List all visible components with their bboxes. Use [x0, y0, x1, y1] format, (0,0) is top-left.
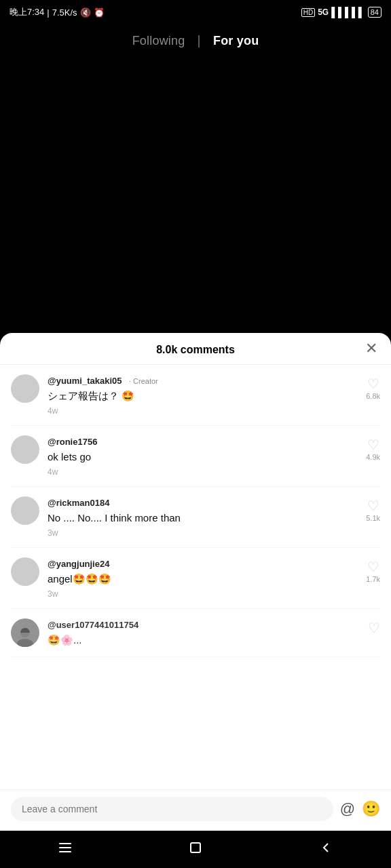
comment-text: No .... No.... I think more than: [48, 511, 352, 525]
svg-rect-4: [59, 851, 71, 852]
comment-item: @ronie1756 ok lets go 4w ♡ 4.9k: [11, 426, 380, 487]
comment-item: @rickman0184 No .... No.... I think more…: [11, 487, 380, 548]
heart-icon[interactable]: ♡: [367, 560, 379, 574]
network-speed-value: 7.5K/s: [52, 7, 77, 18]
time-display: 晚上7:34: [10, 6, 44, 18]
comment-input[interactable]: [11, 797, 333, 821]
like-count: 1.7k: [366, 575, 380, 583]
comment-like[interactable]: ♡ 4.9k: [366, 435, 380, 461]
comment-text: シェア報告は？ 🤩: [48, 389, 352, 403]
comment-item: @yangjunjie24 angel🤩🤩🤩 3w ♡ 1.7k: [11, 548, 380, 609]
comment-time: 3w: [48, 528, 352, 538]
signal-icon: ▌▌▌▌▌: [331, 7, 365, 18]
svg-point-1: [17, 639, 33, 647]
svg-rect-3: [59, 847, 71, 848]
comment-time: 3w: [48, 589, 352, 599]
comment-text: ok lets go: [48, 450, 352, 464]
network-speed: |: [47, 7, 49, 18]
hd-badge: HD: [301, 8, 315, 17]
comment-username: @rickman0184: [48, 498, 109, 508]
battery-indicator: 84: [368, 7, 381, 18]
menu-button[interactable]: [45, 834, 86, 861]
comment-text: 🤩🌸...: [48, 633, 354, 647]
comment-like[interactable]: ♡: [368, 618, 380, 635]
avatar: [11, 618, 39, 647]
heart-icon[interactable]: ♡: [367, 499, 379, 513]
comment-badge: · Creator: [129, 377, 158, 385]
status-bar: 晚上7:34 | 7.5K/s 🔇 ⏰ HD 5G ▌▌▌▌▌ 84: [0, 0, 391, 24]
comment-username: @user1077441011754: [48, 620, 138, 630]
status-left: 晚上7:34 | 7.5K/s 🔇 ⏰: [10, 6, 105, 18]
heart-icon[interactable]: ♡: [368, 621, 380, 635]
avatar: [11, 496, 39, 525]
like-count: 4.9k: [366, 453, 380, 461]
emoji-icon[interactable]: 🙂: [362, 800, 380, 818]
like-count: 5.1k: [366, 514, 380, 522]
comments-title: 8.0k comments: [156, 344, 235, 356]
home-button[interactable]: [175, 834, 216, 861]
avatar: [11, 557, 39, 586]
video-area[interactable]: [0, 55, 391, 333]
comment-input-bar: @ 🙂: [0, 789, 391, 831]
alarm-icon: ⏰: [94, 7, 105, 18]
nav-tabs: Following For you: [0, 24, 391, 55]
svg-rect-2: [59, 843, 71, 844]
comment-like[interactable]: ♡ 6.8k: [366, 374, 380, 400]
5g-icon: 5G: [318, 7, 329, 17]
comment-username: @yuumi_takaki05: [48, 376, 122, 386]
comment-item: @user1077441011754 🤩🌸... ♡: [11, 609, 380, 657]
heart-icon[interactable]: ♡: [367, 438, 379, 452]
tab-foryou[interactable]: For you: [213, 34, 259, 48]
comments-header: 8.0k comments ✕: [0, 333, 391, 365]
nav-tab-divider: [198, 35, 200, 47]
tab-following[interactable]: Following: [132, 34, 185, 48]
comment-time: 4w: [48, 467, 352, 477]
comment-time: 4w: [48, 406, 352, 416]
comment-username: @yangjunjie24: [48, 559, 109, 569]
back-button[interactable]: [305, 834, 346, 861]
comments-list: @yuumi_takaki05 · Creator シェア報告は？ 🤩 4w ♡…: [0, 365, 391, 789]
mention-icon[interactable]: @: [340, 800, 355, 818]
avatar: [11, 374, 39, 403]
like-count: 6.8k: [366, 392, 380, 400]
comment-body: @rickman0184 No .... No.... I think more…: [48, 496, 352, 538]
comment-body: @yangjunjie24 angel🤩🤩🤩 3w: [48, 557, 352, 599]
close-button[interactable]: ✕: [365, 341, 377, 356]
comments-panel: 8.0k comments ✕ @yuumi_takaki05 · Creato…: [0, 333, 391, 831]
comment-text: angel🤩🤩🤩: [48, 572, 352, 586]
comment-body: @user1077441011754 🤩🌸...: [48, 618, 354, 647]
svg-rect-5: [191, 843, 200, 852]
comment-body: @yuumi_takaki05 · Creator シェア報告は？ 🤩 4w: [48, 374, 352, 416]
comment-body: @ronie1756 ok lets go 4w: [48, 435, 352, 477]
avatar: [11, 435, 39, 464]
comment-item: @yuumi_takaki05 · Creator シェア報告は？ 🤩 4w ♡…: [11, 365, 380, 426]
heart-icon[interactable]: ♡: [367, 377, 379, 391]
comment-like[interactable]: ♡ 5.1k: [366, 496, 380, 522]
comment-username: @ronie1756: [48, 437, 97, 447]
status-right: HD 5G ▌▌▌▌▌ 84: [301, 7, 381, 18]
mute-icon: 🔇: [80, 7, 91, 18]
comment-like[interactable]: ♡ 1.7k: [366, 557, 380, 583]
bottom-nav: [0, 831, 391, 867]
